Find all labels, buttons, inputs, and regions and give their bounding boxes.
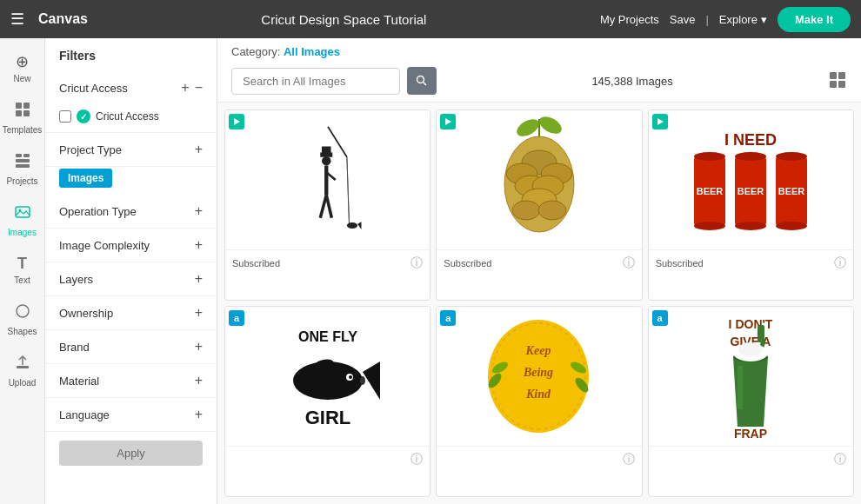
sidebar-item-templates[interactable]: Templates <box>0 94 44 142</box>
image-card-4[interactable]: a ONE FLY GIR <box>224 306 430 497</box>
app-logo: Canvas <box>38 11 88 27</box>
sidebar-item-images[interactable]: Images <box>0 196 44 244</box>
filter-language-header[interactable]: Language + <box>45 398 217 431</box>
category-prefix: Category: <box>231 45 284 58</box>
cricut-access-badge: ✓ <box>77 109 90 123</box>
info-icon-4[interactable]: ⓘ <box>410 452 423 468</box>
svg-rect-4 <box>16 154 22 157</box>
ownership-plus-icon[interactable]: + <box>195 305 203 321</box>
search-input[interactable] <box>231 68 400 95</box>
text-icon: T <box>17 255 27 273</box>
image-complexity-plus-icon[interactable]: + <box>195 237 203 253</box>
header-actions: My Projects Save | Explore ▾ Make It <box>600 7 851 32</box>
svg-point-51 <box>776 152 807 161</box>
svg-text:I NEED: I NEED <box>724 131 777 149</box>
header-divider: | <box>705 13 708 26</box>
svg-point-21 <box>322 156 331 166</box>
new-icon: ⊕ <box>16 52 29 71</box>
language-plus-icon[interactable]: + <box>195 407 203 422</box>
sidebar-nav: ⊕ New Templates Projects Images T Text <box>0 38 45 504</box>
brand-plus-icon[interactable]: + <box>195 339 203 355</box>
content-area: Category: All Images 145,388 Images <box>217 38 861 504</box>
menu-icon[interactable]: ☰ <box>10 10 24 29</box>
filter-ownership-header[interactable]: Ownership + <box>45 296 217 329</box>
svg-text:Being: Being <box>523 366 553 379</box>
upload-icon <box>14 354 31 375</box>
layers-plus-icon[interactable]: + <box>195 271 203 287</box>
card-image-1 <box>225 110 430 249</box>
ownership-label: Ownership <box>59 307 113 320</box>
sidebar-item-projects[interactable]: Projects <box>0 145 44 193</box>
sidebar-item-label: New <box>13 74 30 83</box>
svg-rect-7 <box>16 164 30 168</box>
svg-point-53 <box>735 222 766 230</box>
filter-cricut-access-header[interactable]: Cricut Access + − <box>45 71 217 104</box>
images-filter-button[interactable]: Images <box>59 169 112 188</box>
sidebar-item-upload[interactable]: Upload <box>0 347 44 395</box>
svg-text:BEER: BEER <box>738 186 764 196</box>
card-image-4: ONE FLY GIRL <box>225 307 430 446</box>
card-footer-2: Subscribed ⓘ <box>437 249 641 276</box>
save-button[interactable]: Save <box>670 13 696 26</box>
filter-operation-type: Operation Type + <box>45 195 217 229</box>
svg-point-52 <box>694 222 725 230</box>
image-card-6[interactable]: a I DON'T GIVE A <box>648 306 854 497</box>
chevron-down-icon: ▾ <box>761 13 767 26</box>
cricut-access-remove-icon[interactable]: − <box>195 80 203 96</box>
image-count: 145,388 Images <box>591 75 672 88</box>
project-type-label: Project Type <box>59 143 122 156</box>
sidebar-item-text[interactable]: T Text <box>0 248 44 292</box>
operation-type-plus-icon[interactable]: + <box>195 203 203 219</box>
filter-project-type-header[interactable]: Project Type + <box>45 133 217 166</box>
filter-layers: Layers + <box>45 262 217 296</box>
sidebar-item-shapes[interactable]: Shapes <box>0 295 44 343</box>
image-card-1[interactable]: Subscribed ⓘ <box>224 109 430 301</box>
sidebar-item-new[interactable]: ⊕ New <box>0 45 44 90</box>
info-icon-3[interactable]: ⓘ <box>834 255 846 271</box>
info-icon-2[interactable]: ⓘ <box>623 255 635 271</box>
info-icon-6[interactable]: ⓘ <box>834 452 846 468</box>
image-card-3[interactable]: I NEED BEER <box>648 109 854 301</box>
apply-button[interactable]: Apply <box>59 441 203 466</box>
svg-rect-80 <box>758 325 764 342</box>
card-status-2: Subscribed <box>444 258 491 269</box>
svg-line-13 <box>424 83 427 86</box>
material-plus-icon[interactable]: + <box>195 373 203 388</box>
filter-layers-header[interactable]: Layers + <box>45 262 217 295</box>
make-it-button[interactable]: Make It <box>778 7 851 32</box>
svg-text:GIRL: GIRL <box>304 407 350 428</box>
svg-line-25 <box>326 196 331 218</box>
svg-rect-16 <box>830 81 837 88</box>
layers-label: Layers <box>59 273 93 286</box>
card-footer-3: Subscribed ⓘ <box>649 249 853 276</box>
templates-icon <box>14 101 31 123</box>
cricut-access-checkbox[interactable] <box>59 110 71 123</box>
image-card-2[interactable]: Subscribed ⓘ <box>436 109 642 301</box>
svg-text:BEER: BEER <box>778 186 805 196</box>
filters-title: Filters <box>45 49 217 71</box>
card-footer-5: ⓘ <box>437 446 641 473</box>
svg-point-10 <box>17 305 29 317</box>
sidebar-item-label: Shapes <box>8 327 37 336</box>
card-badge-5: a <box>440 310 456 326</box>
explore-button[interactable]: Explore ▾ <box>719 13 767 26</box>
image-card-5[interactable]: a Keep Being Kind <box>436 306 642 497</box>
info-icon-1[interactable]: ⓘ <box>410 255 423 271</box>
my-projects-button[interactable]: My Projects <box>600 13 659 26</box>
filter-material-header[interactable]: Material + <box>45 364 217 397</box>
svg-marker-30 <box>357 222 361 229</box>
filter-operation-type-header[interactable]: Operation Type + <box>45 195 217 228</box>
card-footer-1: Subscribed ⓘ <box>225 249 430 276</box>
filter-image-complexity-header[interactable]: Image Complexity + <box>45 229 217 262</box>
svg-text:FRAP: FRAP <box>734 427 767 441</box>
cricut-access-add-icon[interactable]: + <box>181 80 189 96</box>
material-label: Material <box>59 375 99 388</box>
search-button[interactable] <box>407 67 437 95</box>
project-type-plus-icon[interactable]: + <box>195 142 203 157</box>
info-icon-5[interactable]: ⓘ <box>623 452 635 468</box>
grid-view-toggle[interactable] <box>828 70 847 92</box>
filter-brand-header[interactable]: Brand + <box>45 330 217 363</box>
svg-point-50 <box>735 152 766 161</box>
svg-text:I DON'T: I DON'T <box>729 317 773 331</box>
card-image-3: I NEED BEER <box>649 110 853 249</box>
